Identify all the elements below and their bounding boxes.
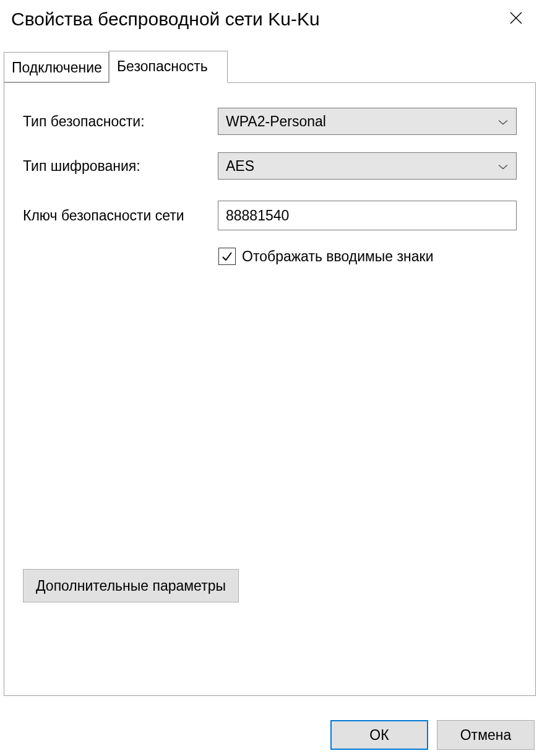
tab-panel-security: Тип безопасности: WPA2-Personal Тип шифр… [4, 82, 536, 696]
cancel-button[interactable]: Отмена [437, 720, 535, 750]
show-characters-label: Отображать вводимые знаки [242, 248, 434, 265]
row-security-type: Тип безопасности: WPA2-Personal [23, 108, 517, 135]
row-network-key: Ключ безопасности сети [23, 201, 517, 230]
tab-container: Подключение Безопасность Тип безопасност… [4, 52, 536, 696]
show-characters-checkbox[interactable] [218, 248, 236, 265]
network-key-control [218, 201, 517, 230]
wireless-properties-dialog: Свойства беспроводной сети Ku-Ku Подключ… [0, 0, 542, 756]
encryption-type-label: Тип шифрования: [23, 158, 218, 175]
titlebar: Свойства беспроводной сети Ku-Ku [0, 0, 542, 38]
chevron-down-icon [497, 113, 509, 130]
tabstrip: Подключение Безопасность [4, 52, 536, 83]
window-title: Свойства беспроводной сети Ku-Ku [11, 9, 320, 30]
security-type-label: Тип безопасности: [23, 113, 218, 130]
encryption-type-dropdown[interactable]: AES [218, 152, 517, 180]
advanced-settings-label: Дополнительные параметры [36, 578, 226, 594]
tab-connection[interactable]: Подключение [4, 52, 109, 82]
tab-connection-label: Подключение [12, 59, 102, 76]
checkmark-icon [221, 250, 233, 263]
ok-button[interactable]: ОК [330, 720, 428, 750]
network-key-input[interactable] [218, 201, 517, 230]
chevron-down-icon [497, 158, 509, 175]
close-icon [509, 8, 523, 29]
cancel-label: Отмена [460, 727, 512, 744]
advanced-settings-button[interactable]: Дополнительные параметры [23, 569, 239, 602]
row-encryption-type: Тип шифрования: AES [23, 152, 517, 180]
encryption-type-control: AES [218, 152, 517, 180]
tab-security[interactable]: Безопасность [109, 51, 228, 83]
row-show-characters: Отображать вводимые знаки [218, 248, 517, 265]
security-type-value: WPA2-Personal [226, 113, 326, 130]
security-type-control: WPA2-Personal [218, 108, 517, 135]
encryption-type-value: AES [226, 158, 254, 175]
ok-label: ОК [369, 727, 389, 744]
tab-security-label: Безопасность [117, 58, 208, 74]
dialog-footer: ОК Отмена [330, 720, 535, 750]
close-button[interactable] [497, 4, 535, 33]
network-key-label: Ключ безопасности сети [23, 207, 218, 224]
security-type-dropdown[interactable]: WPA2-Personal [218, 108, 517, 135]
